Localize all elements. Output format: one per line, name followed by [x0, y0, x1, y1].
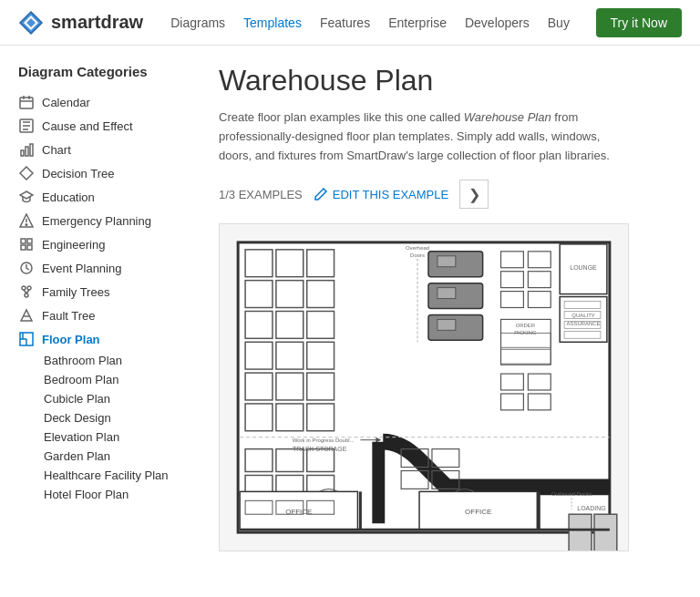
svg-text:Outbound Docks: Outbound Docks [551, 492, 592, 498]
sub-item-cubicle[interactable]: Cubicle Plan [44, 389, 191, 408]
sidebar-item-cause-effect[interactable]: Cause and Effect [18, 114, 191, 138]
chart-icon [18, 141, 35, 158]
svg-text:Overhead: Overhead [406, 245, 429, 251]
emergency-icon [18, 212, 35, 229]
svg-text:OFFICE: OFFICE [465, 509, 491, 517]
svg-text:Work in Progress Doubl...: Work in Progress Doubl... [293, 437, 355, 443]
education-icon [18, 189, 35, 205]
sidebar-item-decision-tree[interactable]: Decision Tree [18, 161, 191, 185]
svg-line-27 [26, 290, 29, 293]
nav-templates[interactable]: Templates [243, 15, 302, 30]
sidebar-label-cause-effect: Cause and Effect [42, 119, 133, 133]
sub-item-elevation[interactable]: Elevation Plan [44, 427, 191, 447]
sidebar-item-floor-plan[interactable]: Floor Plan [18, 327, 191, 351]
floor-plan-diagram: TRACK STORAGE Overhead Doors [219, 223, 629, 551]
warehouse-plan-svg: TRACK STORAGE Overhead Doors [220, 224, 628, 551]
edit-icon [314, 187, 328, 201]
svg-rect-18 [21, 239, 26, 243]
svg-text:PICKING: PICKING [514, 331, 537, 336]
logo-icon [18, 10, 44, 36]
svg-rect-13 [30, 144, 33, 156]
nav-developers[interactable]: Developers [465, 15, 530, 30]
try-now-button[interactable]: Try it Now [596, 8, 682, 37]
sidebar-item-engineering[interactable]: Engineering [18, 232, 191, 256]
sidebar-label-fault-tree: Fault Tree [42, 309, 96, 323]
sidebar-item-emergency[interactable]: Emergency Planning [18, 209, 191, 232]
svg-point-24 [27, 286, 31, 290]
nav-diagrams[interactable]: Diagrams [170, 15, 225, 30]
svg-text:QUALITY: QUALITY [571, 314, 595, 319]
next-example-button[interactable]: ❯ [459, 180, 489, 209]
floor-plan-icon [18, 331, 35, 347]
sub-item-garden[interactable]: Garden Plan [44, 447, 191, 466]
sidebar-label-event-planning: Event Planning [42, 262, 121, 275]
nav-features[interactable]: Features [320, 15, 370, 30]
decision-tree-icon [18, 165, 35, 181]
sidebar: Diagram Categories Calendar [0, 46, 191, 570]
svg-rect-3 [20, 98, 33, 108]
svg-text:Doors: Doors [410, 252, 425, 258]
sidebar-label-chart: Chart [42, 143, 71, 157]
sidebar-label-education: Education [42, 190, 95, 204]
edit-example-link[interactable]: EDIT THIS EXAMPLE [314, 187, 448, 201]
svg-rect-102 [569, 515, 592, 551]
main-content: Warehouse Plan Create floor plan example… [191, 46, 700, 570]
sidebar-label-engineering: Engineering [42, 238, 105, 252]
example-bar: 1/3 EXAMPLES EDIT THIS EXAMPLE ❯ [219, 180, 673, 209]
page-description: Create floor plan examples like this one… [219, 108, 611, 165]
nav-enterprise[interactable]: Enterprise [388, 15, 447, 30]
sidebar-item-calendar[interactable]: Calendar [18, 90, 191, 114]
svg-rect-55 [438, 256, 456, 267]
svg-rect-21 [27, 245, 32, 250]
svg-rect-57 [438, 288, 456, 299]
sidebar-label-decision-tree: Decision Tree [42, 167, 114, 180]
sub-item-bedroom[interactable]: Bedroom Plan [44, 370, 191, 389]
sidebar-item-family-trees[interactable]: Family Trees [18, 280, 191, 304]
sub-item-bathroom[interactable]: Bathroom Plan [44, 351, 191, 370]
svg-rect-103 [594, 515, 617, 551]
example-count: 1/3 EXAMPLES [219, 188, 303, 201]
sidebar-item-fault-tree[interactable]: Fault Tree [18, 304, 191, 327]
sub-item-healthcare[interactable]: Healthcare Facility Plan [44, 466, 191, 485]
logo[interactable]: smartdraw [18, 10, 143, 36]
svg-text:LOADING: LOADING [577, 506, 605, 512]
svg-point-23 [22, 286, 26, 290]
logo-text: smartdraw [51, 12, 143, 33]
sidebar-item-education[interactable]: Education [18, 185, 191, 209]
svg-rect-11 [21, 150, 24, 156]
svg-text:OFFICE: OFFICE [285, 509, 312, 517]
sidebar-title: Diagram Categories [18, 64, 191, 79]
svg-text:ORDER: ORDER [516, 324, 536, 329]
sub-item-hotel[interactable]: Hotel Floor Plan [44, 485, 191, 504]
svg-rect-20 [21, 245, 26, 250]
edit-label: EDIT THIS EXAMPLE [333, 188, 448, 201]
sidebar-item-chart[interactable]: Chart [18, 138, 191, 161]
svg-rect-59 [438, 320, 456, 331]
main-nav: Diagrams Templates Features Enterprise D… [170, 15, 595, 30]
svg-text:LOUNGE: LOUNGE [570, 264, 597, 271]
svg-point-17 [26, 224, 27, 226]
svg-rect-71 [560, 297, 607, 343]
svg-point-25 [25, 293, 28, 297]
nav-buy[interactable]: Buy [548, 15, 570, 30]
engineering-icon [18, 236, 35, 252]
floor-plan-sub-items: Bathroom Plan Bedroom Plan Cubicle Plan … [18, 351, 191, 504]
sidebar-label-emergency: Emergency Planning [42, 214, 151, 228]
svg-rect-19 [27, 239, 32, 243]
sub-item-deck[interactable]: Deck Design [44, 408, 191, 427]
event-icon [18, 260, 35, 276]
page-title: Warehouse Plan [219, 64, 673, 98]
svg-text:ASSURANCE: ASSURANCE [566, 322, 600, 327]
sidebar-item-event-planning[interactable]: Event Planning [18, 256, 191, 280]
calendar-icon [18, 94, 35, 110]
cause-effect-icon [18, 118, 35, 134]
sidebar-label-calendar: Calendar [42, 96, 90, 109]
family-icon [18, 283, 35, 300]
sidebar-label-floor-plan: Floor Plan [42, 333, 100, 346]
svg-rect-12 [26, 147, 28, 156]
fault-tree-icon [18, 307, 35, 324]
svg-marker-14 [20, 167, 33, 180]
sidebar-label-family-trees: Family Trees [42, 285, 109, 299]
